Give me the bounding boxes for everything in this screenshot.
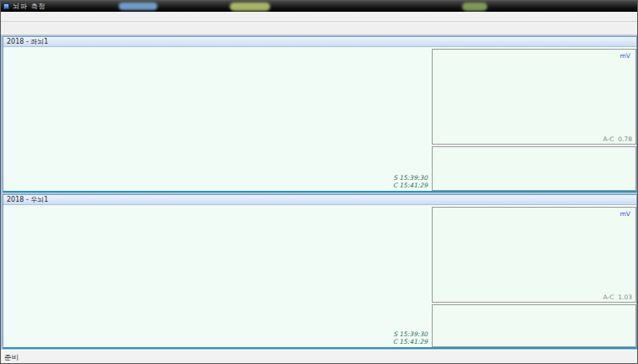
ac-value-label: A-C 0.78 [603, 135, 632, 143]
trend-lines [433, 305, 635, 346]
trend-chart [432, 146, 636, 191]
titlebar-decoration [230, 3, 270, 11]
ac-value-label: A-C 1.03 [603, 293, 632, 301]
menu-bar [1, 12, 638, 22]
titlebar-decoration [462, 3, 487, 11]
unit-label: mV [620, 52, 630, 60]
panel-title-bar[interactable]: 2018 - 좌뇌1 [3, 37, 636, 47]
spectrogram-3d [5, 48, 430, 191]
window-title: 뇌파 측정 [13, 2, 46, 11]
timestamps: S 15:39:30 C 15:41:29 [374, 174, 428, 189]
panel-title-bar[interactable]: 2018 - 우뇌1 [3, 195, 636, 205]
panel-right-brain: 2018 - 우뇌1 S 15:39:30 C 15:41:29 mV A-C … [3, 194, 637, 349]
band-power-chart: mV A-C 1.03 [432, 207, 636, 303]
current-time: C 15:41:29 [374, 338, 428, 346]
title-bar[interactable]: 뇌파 측정 [1, 1, 638, 12]
spectrogram-3d [5, 206, 430, 347]
spectrogram-area: S 15:39:30 C 15:41:29 [5, 206, 430, 351]
start-time: S 15:39:30 [374, 330, 428, 338]
status-text: 준비 [4, 353, 19, 363]
trend-lines [433, 147, 635, 190]
app-icon [3, 3, 9, 9]
spectrogram-area: S 15:39:30 C 15:41:29 [5, 48, 430, 194]
titlebar-decoration [119, 3, 157, 10]
toolbar [1, 22, 638, 35]
timestamps: S 15:39:30 C 15:41:29 [374, 330, 428, 346]
status-bar: 준비 [1, 350, 638, 364]
trend-chart [432, 304, 636, 347]
band-power-chart: mV A-C 0.78 [432, 49, 636, 145]
start-time: S 15:39:30 [374, 174, 428, 182]
app-window: 뇌파 측정 2018 - 좌뇌1 S 15:39:30 C 15:41:29 m… [0, 0, 638, 364]
panel-left-brain: 2018 - 좌뇌1 S 15:39:30 C 15:41:29 mV A-C … [3, 36, 637, 193]
current-time: C 15:41:29 [374, 182, 428, 189]
unit-label: mV [620, 210, 630, 218]
